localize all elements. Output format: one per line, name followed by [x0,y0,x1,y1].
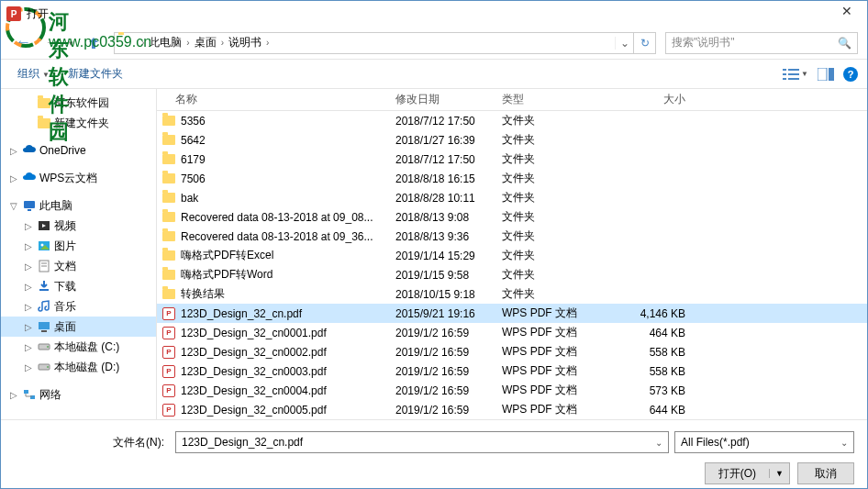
svg-rect-5 [788,73,799,75]
organize-menu[interactable]: 组织▼ [10,63,57,84]
tree-item[interactable]: ▷桌面 [1,317,156,337]
tree-item[interactable]: ▷视频 [1,216,156,236]
file-date: 2018/8/13 9:08 [395,211,502,224]
tree-item[interactable]: ▷本地磁盘 (C:) [1,337,156,357]
file-type: 文件夹 [502,248,612,263]
expand-icon[interactable]: ▷ [23,282,34,292]
view-options-button[interactable]: ▼ [783,68,808,81]
file-row[interactable]: P123D_Design_32_cn0002.pdf2019/1/2 16:59… [157,342,867,361]
svg-point-23 [47,346,49,348]
chevron-right-icon[interactable]: › [184,38,192,48]
close-button[interactable]: ✕ [826,1,867,21]
chevron-down-icon[interactable]: ⌄ [655,438,662,448]
file-row[interactable]: 嗨格式PDF转Excel2019/1/14 15:29文件夹 [157,246,867,265]
tree-item[interactable]: ▷音乐 [1,296,156,317]
tree-item[interactable]: ▷本地磁盘 (D:) [1,357,156,377]
file-date: 2019/1/2 16:59 [395,346,502,359]
svg-point-25 [47,366,49,368]
nav-back-button[interactable]: ← [10,30,36,56]
breadcrumb-item[interactable]: 此电脑 [147,35,184,50]
file-row[interactable]: 嗨格式PDF转Word2019/1/15 9:58文件夹 [157,265,867,284]
expand-icon[interactable]: ▷ [23,342,34,352]
expand-icon[interactable]: ▷ [23,322,34,332]
expand-icon[interactable]: ▷ [23,261,34,272]
tree-item[interactable]: 新建文件夹 [1,113,156,133]
file-list-body[interactable]: 53562018/7/12 17:50文件夹56422018/1/27 16:3… [157,111,867,419]
file-row[interactable]: 56422018/1/27 16:39文件夹 [157,130,867,150]
nav-up-button[interactable] [83,32,105,54]
chevron-right-icon[interactable]: › [139,38,147,48]
breadcrumb-item[interactable]: 桌面 [193,35,218,50]
file-row[interactable]: bak2018/8/28 10:11文件夹 [157,188,867,207]
expand-icon[interactable]: ▷ [8,146,19,156]
folder-icon [162,154,175,164]
file-row[interactable]: 53562018/7/12 17:50文件夹 [157,111,867,130]
filename-value: 123D_Design_32_cn.pdf [182,436,303,449]
tree-item[interactable]: ▷文档 [1,256,156,276]
file-row[interactable]: 61792018/7/12 17:50文件夹 [157,150,867,169]
expand-icon[interactable]: ▷ [23,221,34,231]
address-bar[interactable]: › 此电脑 › 桌面 › 说明书 › ⌄ ↻ [114,32,656,54]
file-row[interactable]: Recovered data 08-13-2018 at 09_08...201… [157,207,867,227]
file-name: 123D_Design_32_cn.pdf [181,307,302,320]
view-list-icon [783,68,799,81]
file-type: WPS PDF 文档 [502,344,612,360]
file-row[interactable]: P123D_Design_32_cn0005.pdf2019/1/2 16:59… [157,400,867,419]
file-name: 嗨格式PDF转Word [181,267,273,283]
file-row[interactable]: P123D_Design_32_cn0003.pdf2019/1/2 16:59… [157,361,867,381]
file-type: WPS PDF 文档 [502,325,612,340]
folder-icon [162,212,175,222]
col-header-size[interactable]: 大小 [612,92,695,107]
expand-icon[interactable]: ▷ [23,302,34,312]
filename-input[interactable]: 123D_Design_32_cn.pdf ⌄ [175,431,669,453]
pdf-icon: P [162,365,175,378]
tree-item[interactable]: ▷WPS云文档 [1,168,156,188]
refresh-button[interactable]: ↻ [633,33,655,53]
chevron-right-icon[interactable]: › [263,38,272,48]
file-name: 123D_Design_32_cn0005.pdf [181,404,327,417]
address-dropdown[interactable]: ⌄ [615,37,633,50]
filetype-select[interactable]: All Files(*.pdf) ⌄ [674,431,854,453]
file-row[interactable]: Recovered data 08-13-2018 at 09_36...201… [157,227,867,246]
folder-icon [162,231,175,241]
tree-item[interactable]: ▽此电脑 [1,195,156,216]
tree-item[interactable]: ▷下载 [1,276,156,296]
cancel-button[interactable]: 取消 [797,462,854,484]
file-name: bak [181,192,198,205]
col-header-name[interactable]: 名称 [157,92,395,107]
col-header-type[interactable]: 类型 [502,92,612,107]
file-row[interactable]: P123D_Design_32_cn0001.pdf2019/1/2 16:59… [157,323,867,342]
svg-rect-7 [788,78,799,80]
nav-forward-button: → [39,30,65,56]
help-button[interactable]: ? [843,67,858,82]
open-dropdown-icon[interactable]: ▼ [769,469,789,478]
preview-pane-button[interactable] [818,68,834,81]
chevron-right-icon[interactable]: › [218,38,227,48]
tree-item[interactable]: ▷OneDrive [1,140,156,161]
search-input[interactable]: 搜索"说明书" 🔍 [665,32,858,54]
tree-item[interactable]: ▷图片 [1,236,156,256]
file-row[interactable]: 转换结果2018/10/15 9:18文件夹 [157,284,867,304]
folder-icon [162,116,175,126]
new-folder-button[interactable]: 新建文件夹 [61,63,130,84]
open-button[interactable]: 打开(O)▼ [705,462,790,484]
folder-tree[interactable]: 河东软件园新建文件夹▷OneDrive▷WPS云文档▽此电脑▷视频▷图片▷文档▷… [1,89,157,419]
expand-icon[interactable]: ▷ [8,173,19,183]
window-title: 打开 [27,6,49,22]
col-header-date[interactable]: 修改日期 [395,92,502,107]
tree-item[interactable]: ▷网络 [1,384,156,405]
tree-label: 本地磁盘 (D:) [54,360,119,375]
tree-item[interactable]: 河东软件园 [1,93,156,113]
file-row[interactable]: 75062018/8/18 16:15文件夹 [157,169,867,188]
file-type: 文件夹 [502,113,612,128]
file-row[interactable]: P123D_Design_32_cn.pdf2015/9/21 19:16WPS… [157,304,867,323]
breadcrumb-item[interactable]: 说明书 [227,35,263,50]
file-size: 464 KB [612,327,695,339]
nav-history-dropdown[interactable]: ▾ [69,39,73,48]
file-row[interactable]: P123D_Design_32_cn0004.pdf2019/1/2 16:59… [157,381,867,400]
file-type: WPS PDF 文档 [502,402,612,417]
expand-icon[interactable]: ▷ [8,390,19,400]
expand-icon[interactable]: ▷ [23,362,34,372]
expand-icon[interactable]: ▽ [8,201,19,211]
expand-icon[interactable]: ▷ [23,241,34,251]
